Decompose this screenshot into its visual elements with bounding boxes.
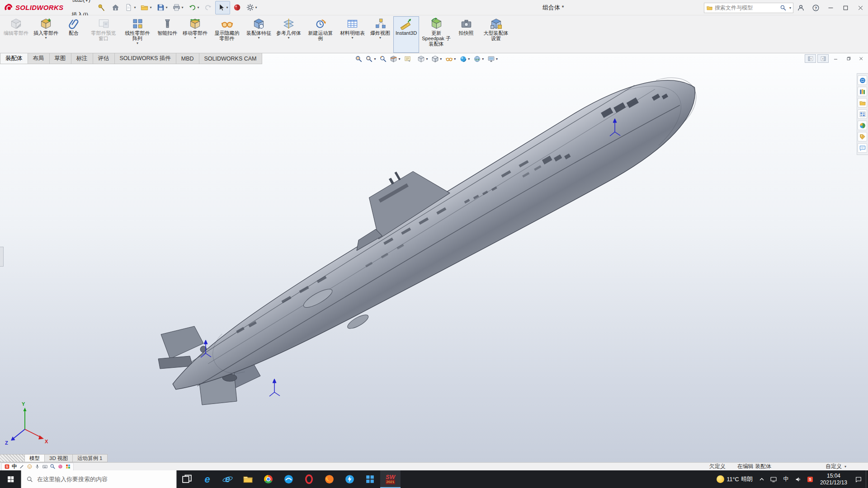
tiles-taskbar-button[interactable] xyxy=(360,470,380,488)
ime-mode-label[interactable]: 中 xyxy=(12,463,17,470)
taskbar-clock[interactable]: 15:04 2021/12/13 xyxy=(816,470,851,488)
home-button[interactable] xyxy=(109,1,122,14)
chevron-down-icon[interactable]: ▼ xyxy=(495,57,499,61)
edit-appearance-button[interactable]: ▼ xyxy=(458,54,472,64)
open-button[interactable]: ▾ xyxy=(138,1,153,14)
pin-menu-icon[interactable] xyxy=(96,3,106,13)
statusbar-customize[interactable]: 自定义 xyxy=(826,463,842,470)
pane-left-button[interactable] xyxy=(805,54,816,63)
weather-widget[interactable]: 11°C 晴朗 xyxy=(713,470,756,488)
chevron-down-icon[interactable]: ▾ xyxy=(134,5,136,9)
linear-pattern-button[interactable]: 线性零部件阵列▾ xyxy=(121,16,154,53)
resources-tab[interactable] xyxy=(858,75,867,85)
chevron-down-icon[interactable]: ▾ xyxy=(45,36,47,40)
show-desktop-button[interactable] xyxy=(866,470,868,488)
chevron-down-icon[interactable]: ▼ xyxy=(373,57,377,61)
assembly-features-button[interactable]: 装配体特征▾ xyxy=(244,16,274,53)
opera-taskbar-button[interactable] xyxy=(299,470,319,488)
chevron-down-icon[interactable]: ▼ xyxy=(425,57,429,61)
custom-properties-tab[interactable] xyxy=(858,132,867,141)
file-explorer-tab[interactable] xyxy=(858,98,867,108)
chevron-down-icon[interactable]: ▾ xyxy=(150,5,151,9)
search-icon[interactable] xyxy=(50,464,56,469)
chevron-down-icon[interactable]: ▼ xyxy=(398,57,401,61)
chevron-down-icon[interactable]: ▾ xyxy=(194,36,196,40)
tab-scroll-area[interactable] xyxy=(0,454,25,462)
notification-center-button[interactable] xyxy=(851,470,866,488)
tab-assembly[interactable]: 装配体 xyxy=(0,53,28,64)
chevron-down-icon[interactable]: ▾ xyxy=(198,5,199,9)
mic-icon[interactable] xyxy=(34,464,40,469)
pencil-icon[interactable] xyxy=(19,464,25,469)
smiley-icon[interactable] xyxy=(27,464,33,469)
menu-view[interactable]: 视图(V) xyxy=(68,0,95,8)
thunder-taskbar-button[interactable] xyxy=(340,470,360,488)
instant3d-button[interactable]: Instant3D xyxy=(393,16,419,53)
save-button[interactable]: ▾ xyxy=(155,1,170,14)
hiddens-icon-tray-button[interactable] xyxy=(756,470,768,488)
large-assembly-button[interactable]: 大型装配体设置 xyxy=(479,16,513,53)
browser-blue-taskbar-button[interactable] xyxy=(278,470,299,488)
bom-button[interactable]: 材料明细表▾ xyxy=(338,16,367,53)
chevron-down-icon[interactable]: ▾ xyxy=(226,5,228,9)
chevron-down-icon[interactable]: ▾ xyxy=(789,6,791,10)
design-library-tab[interactable] xyxy=(858,87,867,96)
chevron-down-icon[interactable]: ▾ xyxy=(182,5,184,9)
chevron-down-icon[interactable]: ▾ xyxy=(137,42,138,45)
window-close-button[interactable] xyxy=(853,0,868,15)
file-explorer-taskbar-button[interactable] xyxy=(238,470,258,488)
chevron-down-icon[interactable]: ▼ xyxy=(481,57,485,61)
move-component-button[interactable]: 移动零部件▾ xyxy=(180,16,210,53)
update-speedpak-button[interactable]: 更新 Speedpak 子装配体 xyxy=(420,16,453,53)
ime-mode-button[interactable]: 中 xyxy=(779,470,793,488)
doc-tab-3d-views[interactable]: 3D 视图 xyxy=(45,454,73,462)
window-minimize-button[interactable] xyxy=(823,0,838,15)
task-view-taskbar-button[interactable] xyxy=(177,470,197,488)
volume-tray-button[interactable] xyxy=(793,470,804,488)
ie-taskbar-button[interactable]: e xyxy=(217,470,238,488)
tab-solidworks-cam[interactable]: SOLIDWORKS CAM xyxy=(199,53,262,64)
doc-tab-model[interactable]: 模型 xyxy=(25,454,45,462)
keyboard-icon[interactable] xyxy=(42,464,48,469)
tab-evaluate[interactable]: 评估 xyxy=(93,53,115,64)
zoom-previous-button[interactable] xyxy=(378,54,388,64)
tab-mbd[interactable]: MBD xyxy=(176,53,199,64)
edge-taskbar-button[interactable]: e xyxy=(197,470,217,488)
view-palette-tab[interactable] xyxy=(858,109,867,119)
options-gear-button[interactable]: ▾ xyxy=(244,1,259,14)
zoom-fit-button[interactable] xyxy=(354,54,364,64)
chrome-taskbar-button[interactable] xyxy=(258,470,278,488)
doc-minimize-button[interactable] xyxy=(830,54,841,63)
apply-scene-button[interactable]: ▼ xyxy=(472,54,486,64)
snapshot-button[interactable]: 拍快照 xyxy=(453,16,479,53)
sogou-icon[interactable]: S xyxy=(4,464,10,469)
doc-restore-button[interactable] xyxy=(843,54,854,63)
view-settings-button[interactable]: ▼ xyxy=(486,54,500,64)
show-hidden-button[interactable]: 显示隐藏的零部件 xyxy=(210,16,244,53)
chevron-down-icon[interactable]: ▾ xyxy=(844,465,846,469)
hide-show-items-button[interactable]: ▼ xyxy=(444,54,458,64)
chevron-down-icon[interactable]: ▼ xyxy=(453,57,457,61)
account-button[interactable] xyxy=(793,0,808,15)
section-view-button[interactable]: ▼ xyxy=(388,54,402,64)
start-button[interactable] xyxy=(0,470,21,488)
smart-fasteners-button[interactable]: 智能扣件 xyxy=(155,16,180,53)
doc-tab-motion-study-1[interactable]: 运动算例 1 xyxy=(73,454,108,462)
view-orientation-button[interactable]: ▼ xyxy=(416,54,430,64)
tab-layout[interactable]: 布局 xyxy=(28,53,50,64)
undo-button[interactable]: ▾ xyxy=(186,1,201,14)
zoom-area-button[interactable]: ▼ xyxy=(364,54,378,64)
display-style-button[interactable]: ▼ xyxy=(430,54,444,64)
chevron-down-icon[interactable]: ▼ xyxy=(439,57,443,61)
motion-study-button[interactable]: 新建运动算例 xyxy=(304,16,337,53)
forum-tab[interactable] xyxy=(858,143,867,153)
panel-splitter-handle[interactable] xyxy=(0,247,4,267)
print-button[interactable]: ▾ xyxy=(170,1,185,14)
skin-icon[interactable] xyxy=(57,464,63,469)
select-cursor-button[interactable]: ▾ xyxy=(215,1,230,14)
appearances-tab[interactable] xyxy=(858,121,867,130)
new-document-button[interactable]: ▾ xyxy=(123,1,137,14)
tab-solidworks-addins[interactable]: SOLIDWORKS 插件 xyxy=(115,53,176,64)
chevron-down-icon[interactable]: ▾ xyxy=(288,36,289,40)
grid-icon[interactable] xyxy=(65,464,71,469)
